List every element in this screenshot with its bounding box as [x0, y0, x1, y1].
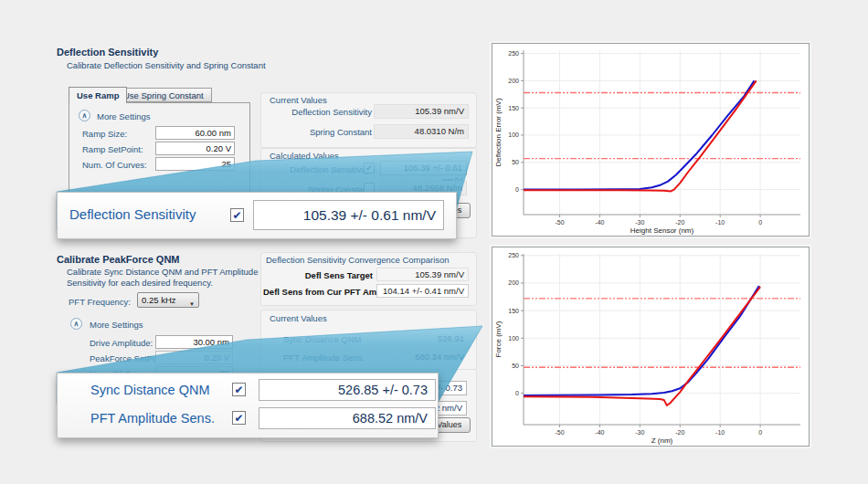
- callout2-pft-ampl-value: 688.52 nm/V: [259, 407, 436, 429]
- svg-text:100: 100: [508, 132, 519, 138]
- calibration-window: Deflection Sensitivity Calibrate Deflect…: [0, 0, 868, 484]
- svg-text:-50: -50: [555, 219, 564, 226]
- svg-text:100: 100: [508, 335, 519, 342]
- svg-text:150: 150: [508, 308, 519, 314]
- pft-frequency-label: PFT Frequency:: [69, 297, 131, 307]
- current-spring-constant-label: Spring Constant: [265, 127, 372, 137]
- svg-text:Deflection Error (mV): Deflection Error (mV): [494, 98, 503, 166]
- defl-sens-from-cur-label: Defl Sens from Cur PFT Ampl Sens: [263, 287, 373, 297]
- collapse-more-settings-1-button[interactable]: ∧: [79, 110, 90, 121]
- defl-sens-target-value: 105.39 nm/V: [376, 268, 469, 281]
- calc-deflection-sens-checkbox[interactable]: ✔: [364, 163, 375, 174]
- section2-title: Calibrate PeakForce QNM: [57, 254, 180, 265]
- callout2-sync-distance-label: Sync Distance QNM: [90, 383, 210, 397]
- collapse-more-settings-2-button[interactable]: ∧: [70, 318, 82, 330]
- current-deflection-sens-label: Deflection Sensitivity: [265, 107, 372, 117]
- current-values-header-2: Current Values: [270, 313, 327, 323]
- drive-amplitude-label: Drive Amplitude:: [90, 338, 153, 348]
- current-sync-distance-value: 526.91: [374, 331, 469, 346]
- calculated-values-header-1: Calculated Values: [270, 151, 339, 161]
- current-pft-ampl-value: 680.34 nm/V: [374, 350, 469, 364]
- ramp-setpoint-field[interactable]: 0.20 V: [155, 142, 235, 155]
- svg-text:-10: -10: [715, 219, 725, 226]
- callout1-label: Deflection Sensitivity: [69, 206, 196, 222]
- svg-text:-20: -20: [675, 429, 684, 436]
- svg-text:-40: -40: [595, 219, 604, 226]
- pft-frequency-dropdown[interactable]: 0.25 kHz ▼: [137, 292, 199, 308]
- svg-text:150: 150: [508, 105, 519, 111]
- current-pft-ampl-label: PFT Amplitude Sens.: [283, 352, 365, 363]
- peakforce-qnm-callout: Sync Distance QNM ✔ 526.85 +/- 0.73 PFT …: [57, 373, 439, 438]
- chevron-up-icon: ∧: [82, 111, 88, 120]
- defl-sens-target-label: Defl Sens Target: [263, 270, 373, 280]
- svg-text:0: 0: [515, 390, 519, 396]
- svg-text:200: 200: [508, 279, 519, 286]
- svg-text:250: 250: [508, 50, 519, 57]
- chevron-down-icon: ▼: [189, 298, 195, 311]
- defl-sens-from-cur-value: 104.14 +/- 0.41 nm/V: [376, 284, 469, 298]
- drive-amplitude-field[interactable]: 30.00 nm: [155, 335, 233, 349]
- svg-text:50: 50: [512, 363, 519, 369]
- current-deflection-sens-value: 105.39 nm/V: [374, 104, 469, 119]
- current-spring-constant-value: 48.0310 N/m: [374, 124, 469, 139]
- svg-text:-50: -50: [555, 429, 564, 436]
- ramp-size-label: Ramp Size:: [82, 129, 127, 139]
- calc-deflection-sens-label: Deflection Sensitivity: [265, 164, 370, 174]
- ramp-setpoint-label: Ramp SetPoint:: [82, 144, 143, 154]
- deflection-sensitivity-callout: Deflection Sensitivity ✔ 105.39 +/- 0.61…: [57, 192, 457, 239]
- svg-text:-40: -40: [595, 429, 604, 436]
- svg-text:250: 250: [508, 252, 519, 258]
- svg-text:-30: -30: [635, 429, 644, 436]
- more-settings-1-label[interactable]: More Settings: [97, 111, 151, 121]
- svg-text:-10: -10: [715, 429, 725, 436]
- tab-use-spring-constant[interactable]: Use Spring Constant: [115, 88, 212, 102]
- svg-text:0: 0: [758, 219, 762, 226]
- svg-text:-30: -30: [635, 219, 644, 226]
- callout2-sync-distance-checkbox[interactable]: ✔: [232, 383, 246, 396]
- ramp-size-field[interactable]: 60.00 nm: [155, 126, 235, 140]
- num-curves-label: Num. Of Curves:: [82, 160, 147, 170]
- callout1-value: 105.39 +/- 0.61 nm/V: [253, 200, 444, 230]
- callout2-sync-distance-value: 526.85 +/- 0.73: [259, 379, 436, 401]
- svg-text:0: 0: [515, 186, 519, 193]
- section1-subtitle: Calibrate Deflection Sensitivity and Spr…: [67, 60, 266, 70]
- svg-text:Force (mV): Force (mV): [494, 321, 503, 357]
- callout2-pft-ampl-label: PFT Amplitude Sens.: [90, 411, 215, 426]
- svg-text:0: 0: [758, 429, 762, 436]
- pft-frequency-selected: 0.25 kHz: [142, 295, 176, 305]
- section1-title: Deflection Sensitivity: [57, 47, 158, 58]
- more-settings-2-label[interactable]: More Settings: [90, 320, 143, 330]
- svg-text:50: 50: [512, 159, 519, 165]
- convergence-header: Deflection Sensitivity Convergence Compa…: [266, 255, 450, 265]
- callout2-pft-ampl-checkbox[interactable]: ✔: [232, 411, 246, 425]
- svg-text:200: 200: [508, 78, 519, 84]
- peakforce-setpoint-field[interactable]: 0.20 V: [155, 351, 233, 364]
- callout1-checkbox[interactable]: ✔: [230, 208, 244, 222]
- num-curves-field[interactable]: 25: [155, 157, 235, 171]
- svg-text:Z (nm): Z (nm): [651, 437, 673, 445]
- calc-deflection-sens-value: 105.39 +/- 0.61 nm/V: [380, 161, 467, 175]
- section2-subtitle-line2: Sensitivity for each desired frequency.: [67, 278, 213, 288]
- tab-use-ramp[interactable]: Use Ramp: [69, 87, 127, 103]
- current-sync-distance-label: Sync Distance QNM: [283, 334, 362, 344]
- svg-text:Height Sensor (nm): Height Sensor (nm): [630, 226, 694, 235]
- section2-subtitle-line1: Calibrate Sync Distance QNM and PFT Ampl…: [67, 267, 258, 277]
- chevron-up-icon: ∧: [74, 320, 79, 328]
- svg-text:-20: -20: [675, 219, 684, 226]
- force-vs-z-chart: -50-40-30-20-100050100150200250Z (nm)For…: [492, 247, 810, 447]
- deflection-error-vs-height-sensor-chart: -50-40-30-20-100050100150200250Height Se…: [492, 43, 810, 237]
- current-values-header-1: Current Values: [270, 95, 327, 105]
